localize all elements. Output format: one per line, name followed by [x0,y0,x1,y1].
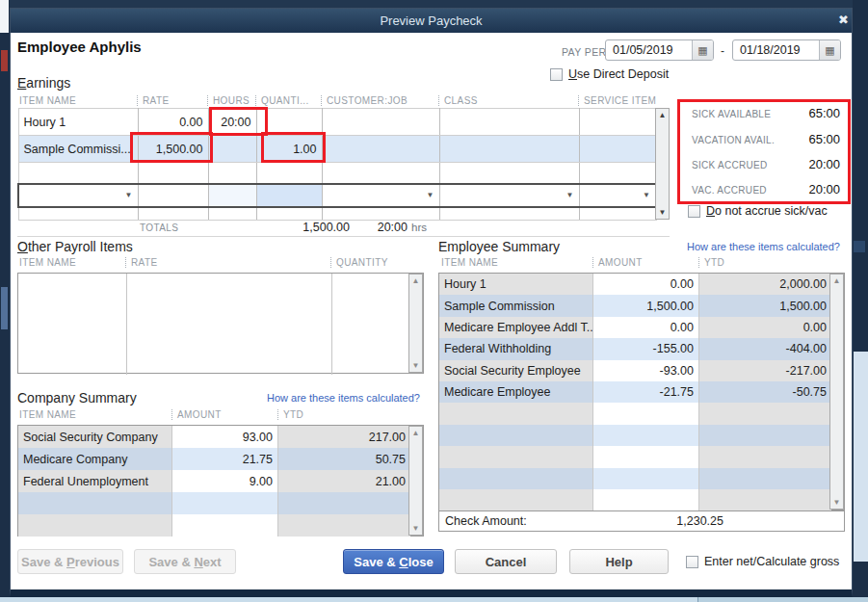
summary-cell: 50.75 [278,448,410,470]
earnings-cell-rate[interactable]: 1,500.00 [138,136,208,163]
company-summary-title: Company Summary [17,390,137,406]
scroll-down-icon[interactable]: ▼ [656,208,669,217]
earnings-cell-class[interactable] [439,109,579,136]
earnings-cell-item[interactable] [18,207,138,221]
other-payroll-scrollbar[interactable]: ▲▼ [408,274,423,373]
employee-summary-scrollbar[interactable]: ▲▼ [829,274,844,510]
earnings-cell-customer_job[interactable] [322,207,439,221]
pay-period-start-field[interactable]: 01/05/2019 ▦ [605,39,714,61]
scroll-up-icon[interactable]: ▲ [409,276,422,285]
earnings-cell-class[interactable]: ▼ [439,184,579,207]
earnings-cell-quantity[interactable] [256,109,322,136]
summary-cell: 0.00 [593,274,699,295]
earnings-cell-item[interactable]: ▼ [18,184,138,207]
summary-cell: 93.00 [172,426,278,448]
earnings-cell-quantity[interactable]: 1.00 [256,136,322,163]
earnings-cell-customer_job[interactable] [322,136,439,163]
other-payroll-items-table[interactable] [17,273,424,374]
sick-vacation-value: 20:00 [763,182,840,196]
totals-hours: 20:00 [330,221,408,234]
earnings-cell-rate[interactable] [138,184,208,207]
calendar-icon[interactable]: ▦ [692,40,713,60]
pay-period-end-field[interactable]: 01/18/2019 ▦ [732,39,841,61]
summary-cell [593,468,699,489]
earnings-cell-quantity[interactable] [256,184,322,207]
dropdown-arrow-icon[interactable]: ▼ [566,187,574,204]
earnings-cell-service_item[interactable]: ▼ [579,184,656,207]
employee-summary-title: Employee Summary [438,239,560,254]
do-not-accrue-checkbox[interactable] [688,205,700,218]
earnings-cell-rate[interactable] [138,207,208,221]
background-app-fragment [1,287,8,329]
totals-hours-unit: hrs [411,222,427,233]
earnings-cell-service_item[interactable] [579,136,656,163]
summary-cell [699,489,831,510]
summary-cell: Federal Withholding [439,338,593,359]
earnings-cell-hours[interactable] [208,184,256,207]
summary-cell [172,514,278,537]
save-previous-button[interactable]: Save & Previous [17,549,123,574]
earnings-cell-item[interactable]: Sample Commissi... [18,136,138,163]
earnings-cell-quantity[interactable] [256,207,322,221]
summary-row [439,425,831,446]
summary-cell: Medicare Company [18,448,172,470]
earnings-cell-service_item[interactable] [579,109,656,136]
dialog-titlebar[interactable]: Preview Paycheck [11,9,852,33]
cancel-button[interactable]: Cancel [455,549,557,574]
save-next-button[interactable]: Save & Next [134,549,236,574]
earnings-cell-customer_job[interactable] [322,163,439,184]
save-close-button[interactable]: Save & Close [343,549,444,574]
company-summary-scrollbar[interactable]: ▲▼ [408,426,423,536]
scroll-up-icon[interactable]: ▲ [830,276,843,285]
check-amount-label: Check Amount: [439,514,527,528]
summary-row: Medicare Employee Addl T...0.000.00 [439,317,831,338]
calendar-icon[interactable]: ▦ [819,40,840,60]
summary-cell: -50.75 [699,381,831,403]
earnings-cell-hours[interactable]: 20:00 [208,109,256,136]
dropdown-arrow-icon[interactable]: ▼ [125,187,133,204]
earnings-cell-class[interactable] [439,207,579,221]
close-icon[interactable]: ✖ [838,13,858,27]
earnings-cell-rate[interactable]: 0.00 [138,109,208,136]
summary-cell: 1,500.00 [593,295,699,316]
earnings-cell-item[interactable] [18,163,138,184]
scroll-down-icon[interactable]: ▼ [409,524,422,533]
use-direct-deposit-checkbox[interactable] [550,68,563,81]
summary-cell [699,446,831,467]
earnings-scrollbar[interactable]: ▲▼ [655,108,670,220]
earnings-cell-service_item[interactable] [579,207,656,221]
summary-row: Federal Unemployment9.0021.00 [18,470,410,492]
dropdown-arrow-icon[interactable]: ▼ [427,187,434,204]
check-amount-row: Check Amount: 1,230.25 [438,510,845,532]
company-summary-help-link[interactable]: How are these items calculated? [267,392,420,404]
earnings-cell-quantity[interactable] [256,163,322,184]
earnings-cell-class[interactable] [439,136,579,163]
earnings-cell-hours[interactable] [208,163,256,184]
earnings-cell-rate[interactable] [138,163,208,184]
summary-cell [593,489,699,510]
summary-cell: Sample Commission [439,295,593,316]
earnings-cell-item[interactable]: Houry 1 [18,109,138,136]
enter-net-row: Enter net/Calculate gross [686,555,839,568]
earnings-row [18,163,656,184]
dialog-title: Preview Paycheck [380,13,482,28]
column-header: CUSTOMER:JOB [321,95,408,106]
earnings-cell-service_item[interactable] [579,163,656,184]
do-not-accrue-label: Do not accrue sick/vac [706,204,828,218]
earnings-cell-customer_job[interactable] [322,109,439,136]
earnings-cell-hours[interactable] [208,136,256,163]
earnings-cell-customer_job[interactable]: ▼ [322,184,439,207]
scroll-up-icon[interactable]: ▲ [656,111,669,119]
earnings-cell-hours[interactable] [208,207,256,221]
summary-cell [172,492,278,514]
earnings-cell-class[interactable] [439,163,579,184]
enter-net-checkbox[interactable] [686,556,698,568]
help-button[interactable]: Help [569,549,669,574]
use-direct-deposit-row: Use Direct Deposit [550,67,669,81]
dropdown-arrow-icon[interactable]: ▼ [643,187,650,204]
scroll-down-icon[interactable]: ▼ [830,498,843,507]
scroll-up-icon[interactable]: ▲ [409,429,422,437]
employee-summary-help-link[interactable]: How are these items calculated? [687,241,840,252]
summary-cell: Medicare Employee [439,381,593,403]
scroll-down-icon[interactable]: ▼ [409,361,422,370]
